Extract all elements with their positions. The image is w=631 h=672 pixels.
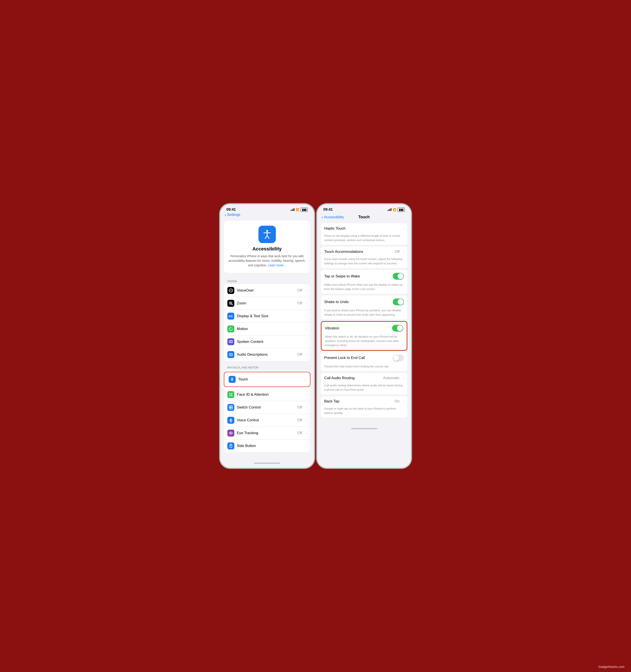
svg-rect-25 bbox=[229, 408, 230, 409]
side-button-icon bbox=[227, 442, 234, 449]
shake-undo-toggle-thumb bbox=[397, 299, 404, 305]
switch-control-value: Off bbox=[297, 405, 302, 410]
touch-label: Touch bbox=[238, 377, 302, 382]
vision-section-label: VISION bbox=[220, 276, 314, 284]
hero-title: Accessibility bbox=[252, 246, 282, 252]
display-text-icon: AA bbox=[227, 313, 234, 319]
prevent-lock-row: Prevent Lock to End Call Prevent the sid… bbox=[321, 352, 407, 371]
right-signal-icon bbox=[388, 208, 391, 211]
physical-motor-section-label: PHYSICAL AND MOTOR bbox=[220, 363, 314, 370]
right-status-icons: 📶 ▮▮▮ bbox=[388, 208, 405, 212]
call-audio-row[interactable]: Call Audio Routing Automatic › Call audi… bbox=[321, 373, 407, 394]
switch-control-chevron: › bbox=[306, 405, 307, 409]
left-nav-bar: ‹ Settings bbox=[220, 214, 314, 217]
motion-icon bbox=[227, 326, 234, 332]
voiceover-row[interactable]: VO VoiceOver Off › bbox=[224, 284, 310, 297]
haptic-touch-chevron: › bbox=[403, 226, 404, 231]
left-content: Accessibility Personalize iPhone in ways… bbox=[220, 217, 314, 460]
haptic-touch-row[interactable]: Haptic Touch › Press on the display usin… bbox=[321, 223, 407, 245]
svg-rect-21 bbox=[229, 395, 230, 396]
left-back-button[interactable]: ‹ Settings bbox=[225, 212, 240, 217]
back-tap-label: Back Tap bbox=[324, 399, 392, 404]
voiceover-chevron: › bbox=[306, 288, 307, 292]
shake-undo-row: Shake to Undo If you tend to shake your … bbox=[321, 295, 407, 319]
left-phone-frame: 09:41 📶 ▮▮▮ ‹ Settings bbox=[220, 205, 314, 467]
touch-accommodations-group: Touch Accommodations Off › If you have t… bbox=[321, 246, 407, 268]
left-home-bar bbox=[254, 463, 280, 464]
haptic-touch-group: Haptic Touch › Press on the display usin… bbox=[321, 223, 407, 245]
tap-swipe-group: Tap or Swipe to Wake Wake and unlock iPh… bbox=[321, 270, 407, 294]
right-wifi-icon: 📶 bbox=[393, 208, 396, 211]
voice-control-row[interactable]: Voice Control Off › bbox=[224, 414, 310, 427]
spoken-content-chevron: › bbox=[306, 340, 307, 344]
vibration-row: Vibration When this switch is off, all v… bbox=[321, 322, 407, 350]
prevent-lock-toggle[interactable] bbox=[393, 355, 404, 361]
audio-desc-icon bbox=[227, 351, 234, 358]
svg-line-4 bbox=[267, 236, 269, 239]
spoken-content-row[interactable]: Spoken Content › bbox=[224, 335, 310, 348]
spoken-content-label: Spoken Content bbox=[237, 340, 303, 344]
face-id-chevron: › bbox=[306, 393, 307, 397]
side-button-row[interactable]: Side Button › bbox=[224, 439, 310, 452]
call-audio-chevron: › bbox=[403, 376, 404, 380]
eye-tracking-row[interactable]: Eye Tracking Off › bbox=[224, 427, 310, 439]
motion-chevron: › bbox=[306, 327, 307, 331]
left-back-label: Settings bbox=[227, 213, 240, 217]
tap-swipe-toggle[interactable] bbox=[393, 273, 404, 280]
right-status-time: 09:41 bbox=[323, 208, 333, 212]
signal-icon bbox=[291, 208, 294, 211]
prevent-lock-desc: Prevent the side button from ending the … bbox=[324, 364, 404, 371]
display-text-chevron: › bbox=[306, 314, 307, 318]
watermark: GadgetHacks.com bbox=[599, 665, 625, 669]
eye-tracking-icon bbox=[227, 430, 234, 436]
touch-row[interactable]: Touch › bbox=[225, 373, 309, 386]
zoom-row[interactable]: Zoom Off › bbox=[224, 297, 310, 310]
back-tap-row[interactable]: Back Tap On › Double or triple tap on th… bbox=[321, 396, 407, 418]
touch-accommodations-row[interactable]: Touch Accommodations Off › If you have t… bbox=[321, 246, 407, 268]
eye-tracking-value: Off bbox=[297, 431, 302, 435]
voice-control-label: Voice Control bbox=[237, 418, 295, 423]
zoom-icon bbox=[227, 300, 234, 307]
right-back-label: Accessibility bbox=[324, 215, 344, 219]
touch-row-highlighted-wrapper: Touch › bbox=[224, 372, 310, 387]
face-id-icon bbox=[227, 391, 234, 398]
left-status-icons: 📶 ▮▮▮ bbox=[291, 208, 308, 212]
shake-undo-label: Shake to Undo bbox=[324, 300, 391, 304]
hero-learn-more-link[interactable]: Learn more... bbox=[268, 264, 286, 267]
vibration-toggle[interactable] bbox=[392, 325, 403, 332]
touch-accommodations-value: Off bbox=[395, 249, 399, 254]
svg-text:VO: VO bbox=[229, 289, 233, 292]
voice-control-value: Off bbox=[297, 418, 302, 423]
right-back-chevron: ‹ bbox=[322, 215, 323, 220]
left-status-time: 09:41 bbox=[226, 208, 236, 212]
vision-settings-group: VO VoiceOver Off › Zoom Off › bbox=[224, 284, 310, 361]
face-id-row[interactable]: Face ID & Attention › bbox=[224, 388, 310, 401]
right-content: Haptic Touch › Press on the display usin… bbox=[317, 221, 411, 426]
side-button-label: Side Button bbox=[237, 444, 303, 448]
shake-undo-toggle[interactable] bbox=[393, 298, 404, 305]
display-text-row[interactable]: AA Display & Text Size › bbox=[224, 310, 310, 322]
right-status-bar: 09:41 📶 ▮▮▮ bbox=[317, 205, 411, 214]
vibration-desc: When this switch is off, all vibration o… bbox=[325, 335, 403, 350]
eye-tracking-label: Eye Tracking bbox=[237, 431, 295, 435]
svg-rect-24 bbox=[231, 406, 233, 407]
audio-desc-row[interactable]: Audio Descriptions Off › bbox=[224, 348, 310, 361]
spoken-content-icon bbox=[227, 338, 234, 345]
right-nav-title: Touch bbox=[358, 215, 370, 219]
voiceover-label: VoiceOver bbox=[237, 288, 295, 293]
audio-desc-value: Off bbox=[297, 353, 302, 357]
motion-row[interactable]: Motion › bbox=[224, 322, 310, 335]
svg-rect-19 bbox=[229, 393, 230, 394]
zoom-chevron: › bbox=[306, 301, 307, 305]
tap-swipe-toggle-thumb bbox=[397, 273, 404, 279]
zoom-label: Zoom bbox=[237, 301, 295, 306]
physical-motor-settings-group: Touch › Face ID & Attention › bbox=[224, 370, 310, 452]
switch-control-row[interactable]: Switch Control Off › bbox=[224, 401, 310, 414]
touch-accommodations-label: Touch Accommodations bbox=[324, 249, 392, 254]
zoom-value: Off bbox=[297, 301, 302, 306]
right-back-button[interactable]: ‹ Accessibility bbox=[322, 215, 344, 220]
side-button-chevron: › bbox=[306, 444, 307, 448]
back-tap-desc: Double or triple tap on the back of your… bbox=[324, 407, 404, 418]
svg-point-18 bbox=[231, 394, 232, 395]
left-back-chevron: ‹ bbox=[225, 212, 226, 217]
